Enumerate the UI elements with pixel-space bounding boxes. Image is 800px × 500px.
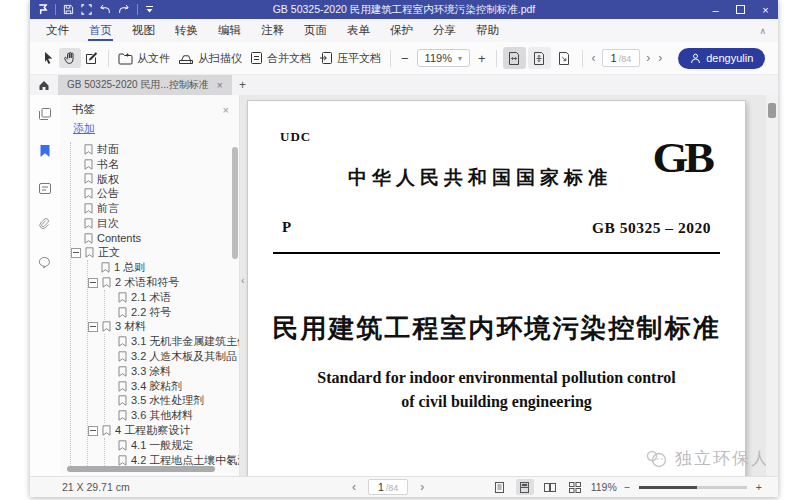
bookmarks-panel-button[interactable] xyxy=(39,144,51,162)
bookmark-item[interactable]: 3.1 无机非金属建筑主体材 xyxy=(105,334,239,349)
prev-page-button[interactable]: ‹ xyxy=(588,51,600,65)
bookmark-item[interactable]: 版权 xyxy=(71,172,239,187)
bookmark-item[interactable]: 4.1 一般规定 xyxy=(105,438,239,453)
bookmark-item[interactable]: 3.3 涂料 xyxy=(105,364,239,379)
menu-share[interactable]: 分享 xyxy=(423,19,466,42)
comments-panel-button[interactable] xyxy=(38,181,52,199)
bookmark-item[interactable]: 3.5 水性处理剂 xyxy=(105,394,239,409)
page-thumbnails-panel-button[interactable] xyxy=(38,107,52,125)
from-file-button[interactable]: 从文件 xyxy=(114,48,174,69)
sidebar-close-icon[interactable]: × xyxy=(223,104,229,116)
grid-view-button[interactable] xyxy=(566,479,584,495)
titlebar-separator xyxy=(137,4,138,15)
bookmark-item[interactable]: Contents xyxy=(71,231,239,246)
menu-comment[interactable]: 注释 xyxy=(251,19,294,42)
zoom-in-button[interactable]: + xyxy=(473,49,491,68)
menu-view[interactable]: 视图 xyxy=(122,19,165,42)
collapse-toggle-icon[interactable] xyxy=(88,426,98,436)
bookmark-item[interactable]: 2.1 术语 xyxy=(105,290,239,305)
collapse-toggle-icon[interactable] xyxy=(71,248,81,258)
undo-icon[interactable] xyxy=(99,4,111,15)
scanner-icon xyxy=(178,52,194,65)
bookmark-item[interactable]: 公告 xyxy=(71,186,239,201)
menu-form[interactable]: 表单 xyxy=(337,19,380,42)
collapse-toggle-icon[interactable] xyxy=(88,322,98,332)
document-vertical-scrollbar[interactable] xyxy=(766,95,778,476)
zoom-level-select[interactable]: 119% ▾ xyxy=(417,49,470,67)
select-tool-button[interactable] xyxy=(38,48,59,68)
next-page-button[interactable]: › xyxy=(642,51,654,65)
menu-help[interactable]: 帮助 xyxy=(466,19,509,42)
fit-width-button[interactable] xyxy=(503,47,526,69)
fit-page-button[interactable] xyxy=(528,47,551,69)
four-page-icon xyxy=(568,481,582,494)
redo-icon[interactable] xyxy=(118,4,130,15)
bookmark-item[interactable]: 3 材料 xyxy=(88,320,239,335)
single-page-icon xyxy=(493,481,506,494)
bookmark-item[interactable]: 3.6 其他材料 xyxy=(105,408,239,423)
bookmarks-sidebar: 书签 × 添加 封面 书名 版权 公告 前言 目次 Contents 正文 1 … xyxy=(60,95,240,476)
bookmark-item[interactable]: 3.4 胶粘剂 xyxy=(105,379,239,394)
sidebar-vertical-scrollbar[interactable] xyxy=(232,147,238,259)
sidebar-title: 书签 xyxy=(72,102,95,117)
add-bookmark-link[interactable]: 添加 xyxy=(73,121,95,136)
folder-plus-icon xyxy=(118,52,133,65)
chat-panel-button[interactable] xyxy=(38,255,52,273)
prev-page-button[interactable]: ‹ xyxy=(348,480,360,494)
maximize-button[interactable] xyxy=(728,0,753,19)
menu-home[interactable]: 首页 xyxy=(79,19,122,42)
document-tab[interactable]: GB 50325-2020 民用...控制标准 × xyxy=(58,75,232,95)
facing-view-button[interactable] xyxy=(541,479,559,495)
bookmark-item[interactable]: 正文 xyxy=(71,246,239,261)
bookmark-item[interactable]: 2.2 符号 xyxy=(105,305,239,320)
bookmark-page-icon xyxy=(118,292,127,303)
customize-toolbar-caret-icon[interactable] xyxy=(145,5,154,14)
save-icon[interactable] xyxy=(63,4,74,15)
actual-size-button[interactable] xyxy=(553,47,576,69)
from-scanner-button[interactable]: 从扫描仪 xyxy=(174,48,246,69)
next-page-button[interactable]: › xyxy=(416,480,428,494)
merge-docs-button[interactable]: 合并文档 xyxy=(246,48,315,69)
scrollbar-thumb[interactable] xyxy=(768,103,776,118)
hand-tool-button[interactable] xyxy=(59,48,81,68)
flatten-doc-button[interactable]: 压平文档 xyxy=(315,48,385,69)
close-button[interactable]: × xyxy=(753,0,778,19)
bookmark-item[interactable]: 2 术语和符号 xyxy=(88,275,239,290)
menu-protect[interactable]: 保护 xyxy=(380,19,423,42)
edit-tool-button[interactable] xyxy=(81,48,103,68)
sidebar-collapse-icon[interactable]: ‹ xyxy=(241,274,245,286)
quick-access-toolbar xyxy=(30,4,154,15)
menu-edit[interactable]: 编辑 xyxy=(208,19,251,42)
collapse-toggle-icon[interactable] xyxy=(88,278,98,288)
menu-file[interactable]: 文件 xyxy=(36,19,79,42)
bookmark-item[interactable]: 书名 xyxy=(71,157,239,172)
collapse-ribbon-icon[interactable]: ∧ xyxy=(759,26,766,36)
single-page-view-button[interactable] xyxy=(491,479,509,495)
snapshot-icon[interactable] xyxy=(81,4,92,15)
new-tab-button[interactable]: + xyxy=(232,75,254,95)
bookmark-item[interactable]: 封面 xyxy=(71,142,239,157)
zoom-slider[interactable] xyxy=(639,486,747,489)
attachments-panel-button[interactable] xyxy=(39,218,51,236)
zoom-in-button[interactable]: + xyxy=(756,481,762,493)
bookmark-item[interactable]: 3.2 人造木板及其制品 xyxy=(105,349,239,364)
home-tab-button[interactable] xyxy=(30,75,58,95)
bookmark-item[interactable]: 1 总则 xyxy=(88,260,239,275)
tab-close-icon[interactable]: × xyxy=(217,80,223,91)
user-account-button[interactable]: dengyulin xyxy=(678,48,765,69)
next-view-button[interactable]: › xyxy=(654,51,666,65)
page-number-input[interactable]: 1 /84 xyxy=(368,479,408,495)
sidebar-horizontal-scrollbar[interactable] xyxy=(67,466,215,472)
zoom-out-button[interactable]: − xyxy=(624,481,630,493)
menu-page[interactable]: 页面 xyxy=(294,19,337,42)
actual-size-icon xyxy=(557,51,571,66)
bookmark-item[interactable]: 前言 xyxy=(71,201,239,216)
continuous-view-button[interactable] xyxy=(516,479,534,495)
bookmark-item[interactable]: 4 工程勘察设计 xyxy=(88,423,239,438)
zoom-out-button[interactable]: − xyxy=(396,49,414,68)
minimize-button[interactable]: – xyxy=(703,0,728,19)
bookmark-item[interactable]: 目次 xyxy=(71,216,239,231)
menu-convert[interactable]: 转换 xyxy=(165,19,208,42)
statusbar-view-controls: 119% − + xyxy=(491,479,762,495)
page-number-input[interactable]: 1 /84 xyxy=(602,49,641,67)
